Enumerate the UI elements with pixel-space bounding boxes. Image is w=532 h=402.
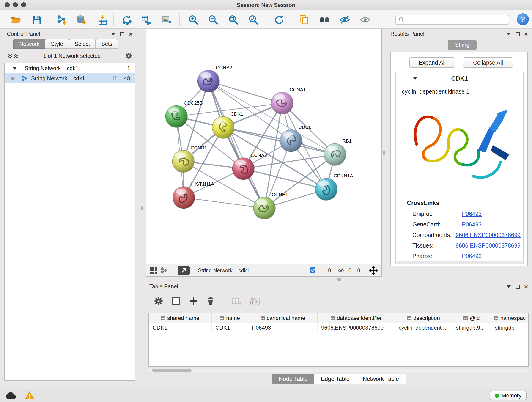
network-node-hist1h1a[interactable]: HIST1H1A bbox=[173, 181, 214, 209]
show-graphics-details-button[interactable] bbox=[358, 13, 372, 27]
undock-icon bbox=[120, 32, 124, 36]
panel-float-button[interactable] bbox=[506, 32, 511, 35]
export-image-button[interactable] bbox=[160, 13, 174, 27]
splitter-handle[interactable] bbox=[141, 206, 143, 211]
open-session-button[interactable] bbox=[9, 13, 22, 27]
collapse-all-networks-button[interactable] bbox=[7, 53, 13, 59]
share-icon bbox=[160, 267, 168, 274]
column-header[interactable]: database identifier bbox=[317, 313, 395, 323]
gene-name: CDK1 bbox=[451, 75, 468, 82]
minimize-window-button[interactable] bbox=[13, 2, 18, 7]
tissues-link[interactable]: 9606.ENSP00000378699 bbox=[456, 242, 520, 251]
hidden-toggle[interactable] bbox=[337, 267, 345, 273]
panel-close-button[interactable]: × bbox=[129, 32, 133, 36]
tab-style[interactable]: Style bbox=[45, 39, 69, 49]
table-horizontal-scrollbar[interactable] bbox=[148, 369, 529, 372]
tab-select[interactable]: Select bbox=[69, 39, 96, 49]
cloud-status-button[interactable] bbox=[6, 392, 17, 400]
gene-section-header[interactable]: CDK1 bbox=[396, 72, 523, 85]
copy-document-button[interactable] bbox=[297, 13, 311, 27]
network-canvas[interactable]: CCNB2CCNA1CDC25BCDK1CDC6RB1CCNB1CCNA2CDK… bbox=[146, 29, 381, 264]
tab-sets[interactable]: Sets bbox=[95, 39, 118, 49]
column-header[interactable]: description bbox=[395, 313, 452, 323]
cybrowser-home-button[interactable] bbox=[318, 13, 332, 27]
function-builder-button[interactable]: f(x) bbox=[250, 297, 260, 306]
birds-eye-view-button[interactable] bbox=[150, 267, 157, 274]
warnings-button[interactable] bbox=[25, 391, 34, 400]
column-header[interactable]: namespac bbox=[491, 313, 528, 323]
compartments-link[interactable]: 9606.ENSP00000378699 bbox=[456, 232, 520, 240]
section-expander-icon[interactable] bbox=[413, 77, 417, 80]
network-node-rb1[interactable]: RB1 bbox=[324, 138, 352, 166]
network-node-cdkn1a[interactable]: CDKN1A bbox=[315, 173, 353, 200]
panel-close-button[interactable]: × bbox=[524, 32, 528, 36]
panel-float-button[interactable] bbox=[506, 285, 511, 288]
import-table-button[interactable] bbox=[96, 13, 109, 27]
table-row[interactable]: CDK1 CDK1 P06493 9606.ENSP00000378699 cy… bbox=[149, 323, 528, 332]
network-from-table-button[interactable] bbox=[139, 13, 153, 27]
network-node-ccnb2[interactable]: CCNB2 bbox=[197, 65, 232, 92]
tab-network-table[interactable]: Network Table bbox=[356, 374, 406, 384]
table-options-button[interactable] bbox=[154, 297, 163, 306]
open-in-window-button[interactable] bbox=[178, 266, 190, 275]
string-results-tab[interactable]: String bbox=[448, 40, 477, 50]
tab-node-table[interactable]: Node Table bbox=[272, 374, 315, 384]
selected-checkbox[interactable] bbox=[310, 267, 316, 273]
maximize-window-button[interactable] bbox=[21, 2, 26, 7]
tab-network[interactable]: Network bbox=[13, 39, 45, 49]
scrollbar-thumb[interactable] bbox=[152, 369, 191, 372]
column-header[interactable]: canonical name bbox=[248, 313, 317, 323]
zoom-fit-button[interactable] bbox=[226, 13, 240, 27]
panel-close-button[interactable]: × bbox=[524, 284, 528, 289]
uniprot-link[interactable]: P06493 bbox=[462, 211, 481, 219]
network-node-cdk1[interactable]: CDK1 bbox=[212, 111, 243, 138]
network-row[interactable]: String Network – cdk1 11 48 bbox=[5, 73, 135, 83]
tree-expander-icon[interactable] bbox=[13, 67, 17, 70]
zoom-selected-button[interactable] bbox=[247, 13, 260, 27]
collapse-all-button[interactable]: Collapse All bbox=[463, 57, 513, 68]
column-type-icon bbox=[463, 316, 468, 320]
network-edge[interactable] bbox=[209, 81, 264, 208]
network-collection-row[interactable]: String Network – cdk1 1 bbox=[5, 63, 135, 73]
zoom-in-button[interactable] bbox=[186, 13, 200, 27]
delete-column-button[interactable] bbox=[206, 297, 215, 306]
hide-graphics-details-button[interactable] bbox=[338, 13, 351, 27]
help-button[interactable]: ? bbox=[517, 13, 529, 25]
panel-undock-button[interactable] bbox=[515, 284, 520, 288]
genecard-link[interactable]: P06493 bbox=[462, 221, 481, 230]
results-scrollbar[interactable] bbox=[396, 261, 523, 264]
column-header[interactable]: name bbox=[212, 313, 248, 323]
network-node-ccnb1[interactable]: CCNB1 bbox=[172, 145, 207, 172]
refresh-view-button[interactable] bbox=[272, 13, 286, 27]
eye-slash-icon bbox=[339, 14, 350, 25]
panel-undock-button[interactable] bbox=[120, 32, 124, 36]
panel-undock-button[interactable] bbox=[515, 32, 520, 36]
clear-table-button[interactable] bbox=[231, 297, 241, 305]
panel-float-button[interactable] bbox=[111, 32, 115, 35]
pan-mode-button[interactable] bbox=[369, 266, 378, 274]
expand-all-button[interactable]: Expand All bbox=[409, 57, 455, 68]
splitter-handle[interactable] bbox=[337, 278, 341, 281]
memory-button[interactable]: Memory bbox=[490, 391, 526, 400]
network-options-button[interactable] bbox=[125, 52, 133, 60]
splitter-handle[interactable] bbox=[383, 151, 385, 155]
show-columns-button[interactable] bbox=[171, 297, 181, 306]
zoom-out-button[interactable] bbox=[206, 13, 220, 27]
import-network-database-button[interactable] bbox=[75, 13, 89, 27]
tab-edge-table[interactable]: Edge Table bbox=[314, 374, 356, 384]
network-node-ccna1[interactable]: CCNA1 bbox=[271, 87, 306, 114]
network-merge-button[interactable] bbox=[120, 13, 134, 27]
network-edge[interactable] bbox=[209, 81, 282, 103]
expand-all-networks-button[interactable] bbox=[13, 53, 19, 59]
column-header[interactable]: @id bbox=[452, 313, 491, 323]
network-edge[interactable] bbox=[223, 128, 335, 154]
import-network-file-button[interactable] bbox=[55, 13, 69, 27]
network-edge[interactable] bbox=[184, 198, 264, 208]
network-overview-button[interactable] bbox=[160, 267, 168, 274]
column-header[interactable]: shared name bbox=[149, 313, 212, 323]
add-column-button[interactable] bbox=[189, 297, 198, 306]
search-input[interactable] bbox=[406, 17, 506, 23]
save-session-button[interactable] bbox=[30, 13, 44, 27]
pharos-link[interactable]: P06493 bbox=[462, 253, 481, 261]
close-window-button[interactable] bbox=[5, 2, 10, 7]
